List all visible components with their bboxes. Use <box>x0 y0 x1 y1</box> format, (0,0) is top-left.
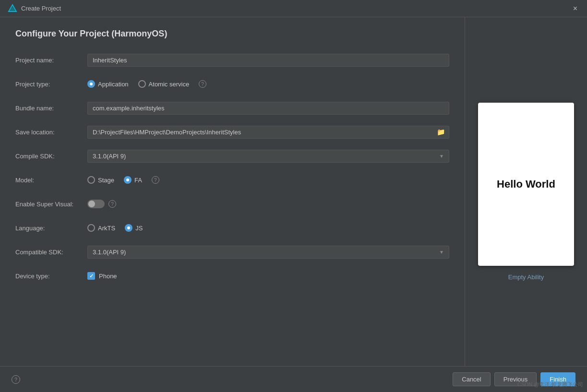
title-bar-left: Create Project <box>8 4 61 13</box>
radio-application[interactable]: Application <box>87 80 129 88</box>
model-control: Stage FA ? <box>87 176 449 184</box>
save-location-control: 📁 <box>87 126 449 139</box>
project-type-row: Project type: Application Atomic service <box>15 76 449 92</box>
title-bar: Create Project × <box>0 0 587 17</box>
right-panel: Hello World Empty Ability <box>465 17 587 366</box>
project-type-help-icon[interactable]: ? <box>199 80 206 88</box>
super-visual-control: ? <box>87 200 449 208</box>
radio-fa[interactable]: FA <box>124 176 142 184</box>
language-radio-group: ArkTS JS <box>87 224 449 232</box>
device-type-label: Device type: <box>15 273 87 280</box>
radio-js-label: JS <box>135 225 143 232</box>
compile-sdk-dropdown[interactable]: 3.1.0(API 9) ▼ <box>87 150 449 163</box>
project-name-row: Project name: <box>15 52 449 68</box>
compile-sdk-value: 3.1.0(API 9) <box>93 153 126 160</box>
super-visual-toggle[interactable] <box>87 200 105 208</box>
save-location-label: Save location: <box>15 129 87 136</box>
toggle-knob <box>88 201 95 207</box>
create-project-dialog: Create Project × Configure Your Project … <box>0 0 587 392</box>
footer: ? Cancel Previous Finish <box>0 366 587 392</box>
radio-stage-circle <box>87 176 95 184</box>
footer-help: ? <box>12 375 20 384</box>
save-location-input-wrapper: 📁 <box>87 126 449 139</box>
device-type-checkbox: ✓ <box>87 272 95 280</box>
radio-arkts[interactable]: ArkTS <box>87 224 115 232</box>
close-button[interactable]: × <box>571 4 579 13</box>
project-type-label: Project type: <box>15 81 87 88</box>
radio-js-circle <box>125 224 132 232</box>
model-row: Model: Stage FA ? <box>15 172 449 188</box>
bundle-name-row: Bundle name: <box>15 100 449 116</box>
left-panel: Configure Your Project (HarmonyOS) Proje… <box>0 17 465 366</box>
model-help-icon[interactable]: ? <box>152 176 159 184</box>
project-name-control <box>87 54 449 67</box>
checkbox-checkmark: ✓ <box>89 273 94 279</box>
radio-fa-label: FA <box>134 177 142 184</box>
folder-browse-icon[interactable]: 📁 <box>433 128 449 136</box>
preview-card: Hello World <box>478 103 574 266</box>
super-visual-label: Enable Super Visual: <box>15 201 87 208</box>
watermark-text: CSDN @李洋-蛟龙腾飞公司 <box>517 381 583 388</box>
project-name-input[interactable] <box>87 54 449 67</box>
project-type-control: Application Atomic service ? <box>87 80 449 88</box>
cancel-button[interactable]: Cancel <box>453 372 490 386</box>
radio-application-circle <box>87 80 95 88</box>
compatible-sdk-arrow-icon: ▼ <box>439 249 444 255</box>
radio-stage[interactable]: Stage <box>87 176 114 184</box>
device-type-checkbox-item[interactable]: ✓ Phone <box>87 272 449 280</box>
radio-fa-circle <box>124 176 132 184</box>
radio-arkts-circle <box>87 224 95 232</box>
radio-stage-label: Stage <box>98 177 114 184</box>
dialog-title: Create Project <box>21 5 61 12</box>
project-type-radio-group: Application Atomic service ? <box>87 80 449 88</box>
super-visual-help-icon[interactable]: ? <box>108 200 116 208</box>
device-type-control: ✓ Phone <box>87 272 449 280</box>
language-row: Language: ArkTS JS <box>15 220 449 236</box>
device-type-phone-label: Phone <box>99 273 117 280</box>
radio-atomic-service-circle <box>138 80 146 88</box>
compile-sdk-label: Compile SDK: <box>15 153 87 160</box>
preview-hello-text: Hello World <box>497 178 555 190</box>
radio-atomic-service-label: Atomic service <box>149 81 190 88</box>
model-label: Model: <box>15 177 87 184</box>
footer-help-icon[interactable]: ? <box>12 375 20 384</box>
radio-js[interactable]: JS <box>125 224 143 232</box>
compile-sdk-arrow-icon: ▼ <box>439 154 444 159</box>
dialog-body: Configure Your Project (HarmonyOS) Proje… <box>0 17 587 366</box>
super-visual-row: Enable Super Visual: ? <box>15 196 449 212</box>
project-name-label: Project name: <box>15 57 87 64</box>
compatible-sdk-control: 3.1.0(API 9) ▼ <box>87 246 449 259</box>
preview-label: Empty Ability <box>508 273 544 281</box>
language-label: Language: <box>15 225 87 232</box>
compatible-sdk-row: Compatible SDK: 3.1.0(API 9) ▼ <box>15 244 449 260</box>
compile-sdk-control: 3.1.0(API 9) ▼ <box>87 150 449 163</box>
bundle-name-control <box>87 102 449 115</box>
compatible-sdk-label: Compatible SDK: <box>15 249 87 256</box>
super-visual-wrapper: ? <box>87 200 449 208</box>
panel-title: Configure Your Project (HarmonyOS) <box>15 29 449 39</box>
compatible-sdk-value: 3.1.0(API 9) <box>93 249 126 256</box>
compile-sdk-row: Compile SDK: 3.1.0(API 9) ▼ <box>15 148 449 164</box>
bundle-name-label: Bundle name: <box>15 105 87 112</box>
device-type-row: Device type: ✓ Phone <box>15 268 449 284</box>
radio-atomic-service[interactable]: Atomic service <box>138 80 190 88</box>
save-location-input[interactable] <box>88 126 433 138</box>
app-logo-icon <box>8 4 17 13</box>
language-control: ArkTS JS <box>87 224 449 232</box>
bundle-name-input[interactable] <box>87 102 449 115</box>
radio-arkts-label: ArkTS <box>98 225 115 232</box>
save-location-row: Save location: 📁 <box>15 124 449 140</box>
radio-application-label: Application <box>98 81 129 88</box>
model-radio-group: Stage FA ? <box>87 176 449 184</box>
compatible-sdk-dropdown[interactable]: 3.1.0(API 9) ▼ <box>87 246 449 259</box>
